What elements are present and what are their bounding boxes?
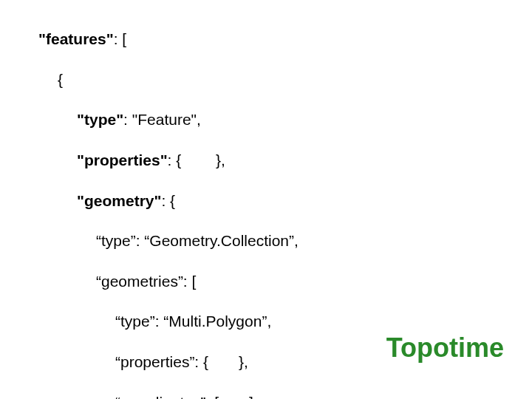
code-line: “geometries”: [ [38,271,299,291]
code-text: : "Feature", [123,111,201,128]
code-line: { [38,69,299,89]
code-line: “coordinates”: [ ], [38,392,299,399]
code-line: "features": [ [38,29,299,49]
code-line: “properties”: { }, [38,352,299,372]
key-properties: "properties" [77,151,168,168]
code-line: "type": "Feature", [38,109,299,129]
key-type: "type" [77,111,123,128]
code-text: : { }, [168,151,225,168]
key-geometry: "geometry" [77,192,161,209]
code-text: : { [161,192,175,209]
code-line: “type”: “Geometry.Collection”, [38,231,299,250]
code-line: “type”: “Multi.Polygon”, [38,311,299,331]
topotime-logo: Topotime [386,332,504,364]
code-text: : [ [114,30,127,47]
code-line: "properties": { }, [38,150,299,170]
code-snippet: "features": [ { "type": "Feature", "prop… [38,9,299,399]
code-line: "geometry": { [38,191,299,211]
key-features: "features" [38,30,114,47]
